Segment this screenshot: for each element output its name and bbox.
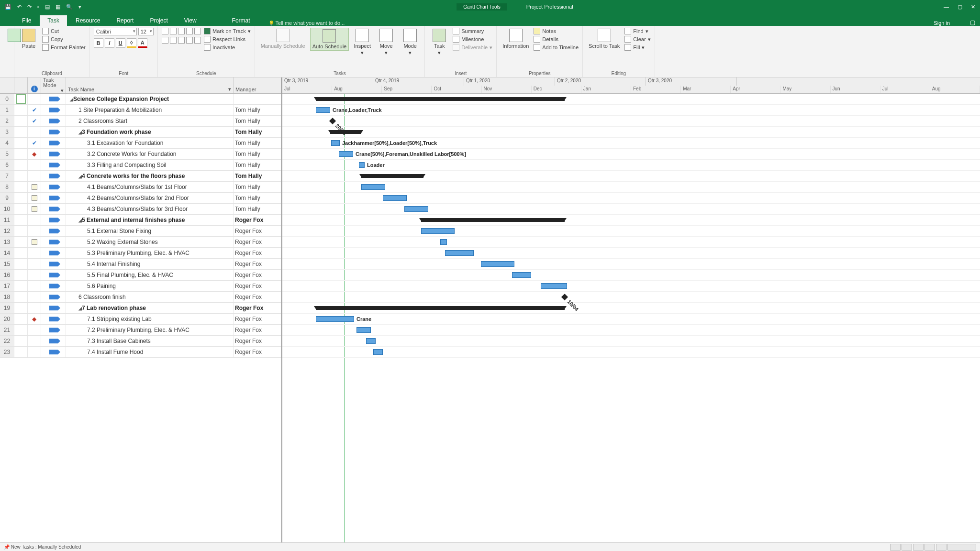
task-row[interactable]: 135.2 Waxing External StonesRoger Fox bbox=[0, 237, 281, 248]
gantt-row[interactable] bbox=[282, 94, 980, 105]
task-row[interactable]: 227.3 Install Base CabinetsRoger Fox bbox=[0, 336, 281, 347]
task-row[interactable]: 94.2 Beams/Columns/Slabs for 2nd FloorTo… bbox=[0, 193, 281, 204]
fill-color-button[interactable]: ◊ bbox=[127, 38, 136, 48]
summary-bar[interactable] bbox=[330, 130, 361, 134]
gantt-row[interactable] bbox=[282, 303, 980, 314]
print-icon[interactable]: ▤ bbox=[45, 4, 50, 10]
minimize-icon[interactable]: — bbox=[944, 4, 949, 10]
tab-report[interactable]: Report bbox=[109, 15, 141, 26]
indicators-col-header[interactable] bbox=[14, 77, 28, 93]
gantt-row[interactable]: Crane[50%],Foreman,Unskilled Labor[500%] bbox=[282, 149, 980, 160]
preview-icon[interactable]: ▦ bbox=[56, 4, 60, 10]
gantt-row[interactable]: Jackhammer[50%],Loader[50%],Truck bbox=[282, 138, 980, 149]
underline-button[interactable]: U bbox=[116, 38, 125, 48]
pct-50-icon[interactable] bbox=[178, 28, 185, 34]
task-bar[interactable] bbox=[541, 283, 567, 289]
qat-more-icon[interactable]: ▾ bbox=[78, 4, 81, 10]
task-bar[interactable] bbox=[440, 239, 447, 245]
details-button[interactable]: Details bbox=[534, 36, 579, 43]
gantt-row[interactable] bbox=[282, 204, 980, 215]
task-bar[interactable] bbox=[383, 195, 407, 201]
task-name-col-header[interactable]: Task Name ▾ bbox=[66, 77, 234, 93]
gantt-row[interactable] bbox=[282, 270, 980, 281]
task-row[interactable]: 237.4 Install Fume HoodRoger Fox bbox=[0, 347, 281, 358]
gantt-row[interactable]: 10/04 bbox=[282, 292, 980, 303]
milestone-diamond[interactable]: 10/04 bbox=[561, 294, 568, 300]
insert-task-button[interactable]: Task▾ bbox=[429, 28, 450, 56]
save-icon[interactable]: 💾 bbox=[5, 4, 11, 10]
task-bar[interactable]: Crane,Loader,Truck bbox=[316, 107, 330, 113]
task-bar[interactable] bbox=[445, 250, 474, 256]
task-bar[interactable] bbox=[512, 272, 531, 278]
link-tasks-icon[interactable] bbox=[178, 37, 185, 44]
gantt-row[interactable] bbox=[282, 193, 980, 204]
view-report-icon[interactable] bbox=[936, 544, 947, 551]
task-row[interactable]: 175.6 PainingRoger Fox bbox=[0, 281, 281, 292]
task-row[interactable]: 197 Lab renovation phaseRoger Fox bbox=[0, 303, 281, 314]
task-bar[interactable] bbox=[481, 261, 514, 267]
pct-0-icon[interactable] bbox=[162, 28, 168, 34]
task-row[interactable]: 5◆3.2 Concrete Works for FoundationTom H… bbox=[0, 149, 281, 160]
manually-schedule-button[interactable]: Manually Schedule bbox=[259, 28, 307, 50]
gantt-row[interactable]: Crane,Loader,Truck bbox=[282, 105, 980, 116]
gantt-row[interactable]: 20/08 bbox=[282, 116, 980, 127]
tab-view[interactable]: View bbox=[177, 15, 204, 26]
undo-icon[interactable]: ↶ bbox=[17, 4, 22, 10]
view-gantt-icon[interactable] bbox=[890, 544, 901, 551]
task-bar[interactable] bbox=[361, 184, 385, 190]
milestone-diamond[interactable]: 20/08 bbox=[329, 118, 336, 124]
task-bar[interactable]: Crane bbox=[316, 316, 354, 322]
view-resource-sheet-icon[interactable] bbox=[924, 544, 935, 551]
gantt-row[interactable] bbox=[282, 248, 980, 259]
pct-25-icon[interactable] bbox=[170, 28, 177, 34]
task-mode-col-header[interactable]: Task Mode ▾ bbox=[41, 77, 66, 93]
notes-button[interactable]: Notes bbox=[534, 28, 579, 34]
view-task-usage-icon[interactable] bbox=[902, 544, 912, 551]
find-button[interactable]: Find ▾ bbox=[624, 28, 650, 34]
gantt-row[interactable] bbox=[282, 226, 980, 237]
inspect-button[interactable]: Inspect▾ bbox=[352, 28, 373, 56]
unlink-tasks-icon[interactable] bbox=[186, 37, 193, 44]
milestone-button[interactable]: Milestone bbox=[453, 36, 492, 43]
ribbon-collapse-icon[interactable]: ▢ bbox=[970, 19, 980, 26]
format-painter-button[interactable]: Format Painter bbox=[42, 44, 86, 51]
outdent-icon[interactable] bbox=[162, 37, 168, 44]
task-row[interactable]: 217.2 Preliminary Plumbing, Elec. & HVAC… bbox=[0, 325, 281, 336]
task-row[interactable]: 115 External and internal finishes phase… bbox=[0, 215, 281, 226]
gantt-row[interactable] bbox=[282, 347, 980, 358]
font-family-combo[interactable]: Calibri bbox=[94, 28, 137, 35]
gantt-row[interactable] bbox=[282, 182, 980, 193]
indent-icon[interactable] bbox=[170, 37, 177, 44]
move-button[interactable]: Move▾ bbox=[376, 28, 397, 56]
gantt-row[interactable] bbox=[282, 127, 980, 138]
task-bar[interactable] bbox=[356, 327, 371, 333]
gantt-row[interactable]: Crane bbox=[282, 314, 980, 325]
task-row[interactable]: 74 Concrete works for the floors phaseTo… bbox=[0, 171, 281, 182]
gantt-row[interactable] bbox=[282, 259, 980, 270]
cut-button[interactable]: Cut bbox=[42, 28, 86, 34]
task-row[interactable]: 33 Foundation work phaseTom Hally bbox=[0, 127, 281, 138]
task-row[interactable]: 4✔3.1 Excavation for FoundationTom Hally bbox=[0, 138, 281, 149]
task-row[interactable]: 20◆7.1 Stripping existing LabRoger Fox bbox=[0, 314, 281, 325]
summary-bar[interactable] bbox=[316, 306, 565, 310]
tab-resource[interactable]: Resource bbox=[68, 15, 108, 26]
task-bar[interactable] bbox=[373, 349, 383, 355]
task-row[interactable]: 165.5 Final Plumbing, Elec. & HVACRoger … bbox=[0, 270, 281, 281]
tab-file[interactable]: File bbox=[14, 15, 39, 26]
auto-schedule-button[interactable]: Auto Schedule bbox=[310, 28, 349, 51]
redo-icon[interactable]: ↷ bbox=[27, 4, 32, 10]
task-row[interactable]: 2✔2 Classrooms StartTom Hally bbox=[0, 116, 281, 127]
task-row[interactable]: 155.4 Internal FinishingRoger Fox bbox=[0, 259, 281, 270]
gantt-row[interactable] bbox=[282, 215, 980, 226]
row-header-corner[interactable] bbox=[0, 77, 14, 93]
copy-button[interactable]: Copy bbox=[42, 36, 86, 43]
deliverable-button[interactable]: Deliverable ▾ bbox=[453, 44, 492, 51]
font-size-combo[interactable]: 12 bbox=[138, 28, 154, 35]
fill-button[interactable]: Fill ▾ bbox=[624, 44, 650, 51]
font-color-button[interactable]: A bbox=[138, 38, 147, 48]
tell-me-search[interactable]: Tell me what you want to do... bbox=[268, 20, 345, 26]
task-row[interactable]: 1✔1 Site Preparation & MobilizationTom H… bbox=[0, 105, 281, 116]
task-bar[interactable] bbox=[366, 338, 376, 344]
split-task-icon[interactable] bbox=[194, 37, 201, 44]
task-bar[interactable] bbox=[404, 206, 428, 212]
